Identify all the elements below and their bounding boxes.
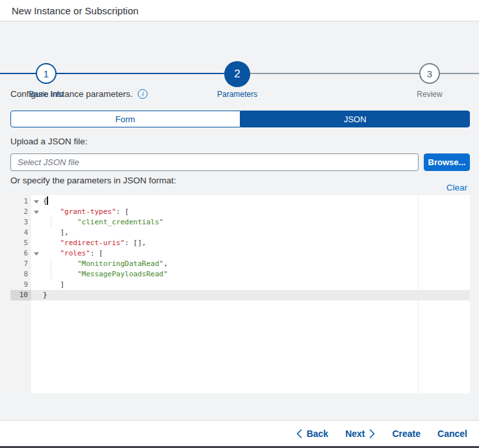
line-number: 6 <box>10 248 31 259</box>
wizard-progress-bar: 1 2 3 Basic Info Parameters Review <box>0 22 479 85</box>
upload-json-label: Upload a JSON file: <box>10 137 88 146</box>
tab-form[interactable]: Form <box>10 111 240 127</box>
editor-line-5[interactable]: 5 "redirect-uris": [], <box>10 238 470 248</box>
new-instance-dialog: New Instance or Subscription 1 2 3 Basic… <box>0 0 479 448</box>
tab-json[interactable]: JSON <box>240 111 471 127</box>
json-code-editor[interactable]: 1{2 "grant-types": [3 "client_credential… <box>10 195 470 393</box>
line-number: 2 <box>10 207 31 217</box>
chevron-right-icon <box>369 429 375 438</box>
cancel-button-label: Cancel <box>437 428 467 439</box>
editor-line-7[interactable]: 7 "MonitoringDataRead", <box>10 259 470 269</box>
step-number: 2 <box>234 68 240 81</box>
line-number: 1 <box>10 196 31 207</box>
dialog-header: New Instance or Subscription <box>0 0 479 21</box>
code-text: "MessagePayloadsRead" <box>43 270 168 278</box>
step-label-parameters[interactable]: Parameters <box>198 90 276 99</box>
code-text: } <box>43 291 47 299</box>
text-cursor <box>47 196 48 205</box>
code-text: ] <box>43 280 64 289</box>
view-mode-segmented-control: Form JSON <box>10 111 470 127</box>
browse-button[interactable]: Browse... <box>424 153 470 171</box>
code-text: "roles": [ <box>43 249 103 257</box>
line-number: 9 <box>10 280 31 290</box>
cancel-button[interactable]: Cancel <box>437 428 467 439</box>
editor-line-6[interactable]: 6 "roles": [ <box>10 248 470 259</box>
editor-line-9[interactable]: 9 ] <box>10 280 470 290</box>
progress-track-completed <box>0 73 224 74</box>
step-label-review[interactable]: Review <box>391 90 469 99</box>
info-icon[interactable]: i <box>138 89 148 99</box>
code-text: "grant-types": [ <box>43 207 129 216</box>
json-file-input[interactable] <box>10 153 419 171</box>
line-number: 5 <box>10 238 31 248</box>
step-circle-review[interactable]: 3 <box>419 63 440 84</box>
line-number: 8 <box>10 269 31 280</box>
create-button[interactable]: Create <box>392 428 421 439</box>
line-number: 3 <box>10 217 31 228</box>
step-number: 3 <box>427 68 432 79</box>
line-number: 10 <box>10 290 31 300</box>
clear-button[interactable]: Clear <box>447 183 467 192</box>
code-text: "client_credentials" <box>43 218 163 226</box>
code-text: "MonitoringDataRead", <box>43 259 168 268</box>
chevron-left-icon <box>296 429 302 438</box>
step-circle-parameters[interactable]: 2 <box>224 61 250 87</box>
fold-arrow-icon[interactable] <box>34 200 39 204</box>
json-editor-lines: 1{2 "grant-types": [3 "client_credential… <box>10 195 470 300</box>
dialog-title: New Instance or Subscription <box>12 5 138 16</box>
specify-json-label: Or specify the parameters in JSON format… <box>10 176 176 185</box>
step-number: 1 <box>44 68 49 79</box>
dialog-footer: Back Next Create Cancel <box>0 420 479 446</box>
configure-heading-row: Configure instance parameters. i <box>10 89 148 99</box>
editor-line-4[interactable]: 4 ], <box>10 228 470 238</box>
editor-line-1[interactable]: 1{ <box>10 196 470 207</box>
editor-line-10[interactable]: 10} <box>10 290 470 300</box>
code-text: "redirect-uris": [], <box>43 239 146 247</box>
line-number: 7 <box>10 259 31 269</box>
fold-arrow-icon[interactable] <box>34 211 39 214</box>
editor-line-8[interactable]: 8 "MessagePayloadsRead" <box>10 269 470 280</box>
configure-heading: Configure instance parameters. <box>10 89 133 99</box>
code-text: ], <box>43 228 69 237</box>
progress-track-upcoming <box>224 73 479 74</box>
editor-line-3[interactable]: 3 "client_credentials" <box>10 217 470 228</box>
code-text: { <box>43 197 48 205</box>
step-circle-basic-info[interactable]: 1 <box>36 63 57 84</box>
back-button[interactable]: Back <box>296 428 328 439</box>
create-button-label: Create <box>392 428 421 439</box>
next-button-label: Next <box>345 428 365 439</box>
line-number: 4 <box>10 228 31 238</box>
editor-line-2[interactable]: 2 "grant-types": [ <box>10 207 470 217</box>
fold-arrow-icon[interactable] <box>34 252 39 256</box>
next-button[interactable]: Next <box>345 428 375 439</box>
back-button-label: Back <box>307 428 328 439</box>
